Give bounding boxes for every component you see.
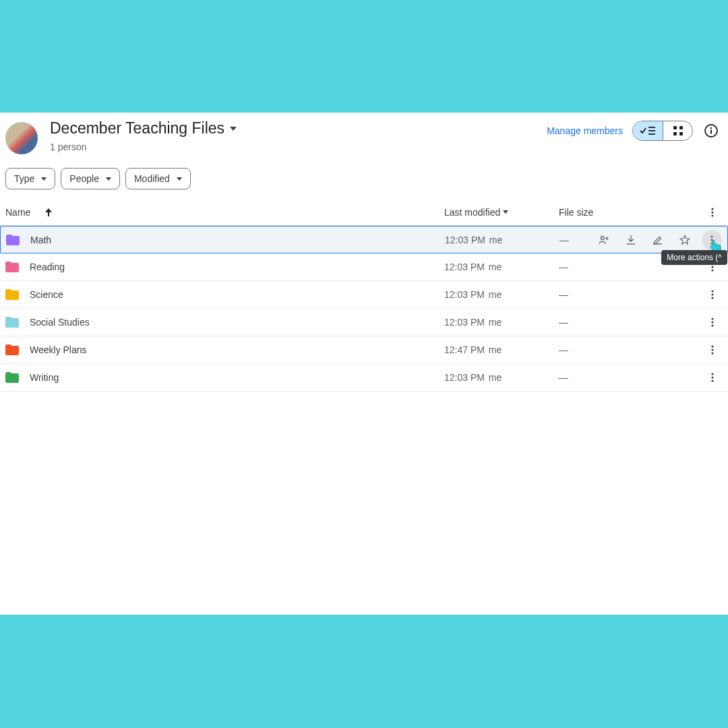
list-view-button[interactable]	[633, 121, 663, 140]
table-row[interactable]: Social Studies12:03 PM me—	[0, 309, 728, 336]
tooltip: More actions (^	[661, 250, 727, 265]
svg-point-21	[711, 293, 713, 295]
chip-label: Modified	[134, 173, 170, 184]
modified-by: me	[486, 289, 502, 300]
more-vert-icon	[710, 235, 713, 245]
size-cell: —	[559, 317, 588, 328]
column-name[interactable]: Name	[5, 207, 444, 218]
table-row[interactable]: Writing12:03 PM me—	[0, 364, 728, 392]
svg-point-30	[711, 376, 713, 378]
svg-point-19	[711, 269, 713, 271]
svg-point-24	[711, 321, 713, 323]
svg-point-12	[711, 214, 713, 216]
modified-cell: 12:03 PM me	[444, 262, 559, 272]
svg-point-25	[711, 324, 713, 326]
more-vert-icon	[711, 208, 714, 217]
check-icon	[640, 128, 646, 133]
info-icon	[704, 124, 718, 138]
folder-title-button[interactable]: December Teaching Files	[50, 119, 547, 138]
svg-rect-0	[648, 127, 655, 128]
svg-point-22	[711, 297, 713, 299]
sort-ascending-icon	[45, 208, 52, 216]
chip-label: Type	[14, 173, 34, 184]
grid-view-button[interactable]	[663, 121, 692, 140]
caret-down-icon	[503, 210, 508, 214]
chip-label: People	[69, 173, 99, 184]
file-name: Math	[30, 235, 51, 245]
column-options[interactable]	[702, 208, 723, 217]
more-vert-icon	[711, 345, 714, 355]
modified-cell: 12:03 PM me	[444, 317, 559, 328]
shared-drive-avatar[interactable]	[5, 122, 38, 154]
svg-point-16	[710, 242, 712, 244]
rename-button[interactable]	[648, 230, 668, 250]
member-count: 1 person	[50, 142, 547, 152]
folder-icon	[6, 235, 20, 245]
table-row[interactable]: Math12:03 PM me—More actions (^	[0, 226, 728, 253]
table-row[interactable]: Weekly Plans12:47 PM me—	[0, 336, 728, 364]
column-size[interactable]: File size	[559, 207, 702, 218]
column-label: File size	[559, 207, 593, 218]
modified-cell: 12:47 PM me	[444, 344, 559, 355]
size-cell: —	[559, 235, 587, 245]
list-icon	[648, 127, 655, 135]
drive-folder-view: December Teaching Files 1 person Manage …	[0, 113, 728, 615]
row-more-button[interactable]	[702, 317, 723, 327]
table-row[interactable]: Science12:03 PM me—	[0, 281, 728, 309]
file-name: Weekly Plans	[30, 344, 87, 355]
svg-rect-3	[673, 126, 677, 129]
row-more-button[interactable]	[702, 290, 723, 299]
share-button[interactable]	[594, 230, 614, 250]
modified-by: me	[487, 235, 502, 245]
svg-point-18	[711, 266, 713, 268]
svg-rect-2	[648, 133, 655, 135]
star-button[interactable]	[675, 230, 695, 250]
more-vert-icon	[711, 373, 714, 382]
caret-down-icon	[41, 177, 47, 181]
column-label: Name	[5, 207, 30, 218]
info-button[interactable]	[702, 122, 720, 140]
column-modified[interactable]: Last modified	[444, 207, 559, 218]
folder-title: December Teaching Files	[50, 119, 224, 138]
view-toggle	[632, 121, 693, 141]
filter-modified[interactable]: Modified	[125, 168, 191, 189]
grid-icon	[673, 125, 684, 136]
modified-cell: 12:03 PM me	[444, 289, 559, 300]
filter-type[interactable]: Type	[5, 168, 55, 189]
folder-icon	[5, 372, 19, 383]
caret-down-icon	[106, 177, 111, 181]
column-label: Last modified	[444, 207, 500, 218]
size-cell: —	[559, 344, 588, 355]
size-cell: —	[559, 289, 588, 300]
modified-time: 12:03 PM	[444, 262, 485, 272]
rename-icon	[652, 234, 664, 246]
row-more-button[interactable]	[702, 373, 723, 382]
filter-people[interactable]: People	[61, 168, 120, 189]
name-cell: Math	[6, 235, 445, 245]
svg-point-10	[711, 208, 713, 210]
modified-time: 12:03 PM	[444, 317, 485, 328]
svg-point-31	[711, 380, 713, 382]
svg-point-20	[711, 290, 713, 292]
table-row[interactable]: Reading12:03 PM me—	[0, 253, 728, 281]
row-more-button[interactable]	[702, 345, 723, 355]
modified-time: 12:47 PM	[444, 344, 485, 355]
caret-down-icon	[230, 127, 237, 131]
row-actions	[587, 230, 722, 250]
download-button[interactable]	[621, 230, 641, 250]
table-header: Name Last modified File size	[0, 199, 728, 226]
modified-cell: 12:03 PM me	[445, 235, 559, 245]
svg-point-14	[710, 235, 712, 237]
svg-point-23	[711, 317, 713, 320]
manage-members-link[interactable]: Manage members	[547, 125, 623, 136]
modified-time: 12:03 PM	[444, 372, 485, 383]
svg-point-26	[711, 345, 713, 347]
svg-rect-6	[679, 132, 683, 135]
svg-point-13	[601, 236, 604, 239]
modified-by: me	[486, 262, 502, 272]
more-actions-button[interactable]	[702, 230, 722, 250]
svg-point-15	[710, 239, 712, 241]
svg-rect-1	[648, 130, 655, 131]
size-cell: —	[559, 262, 588, 272]
name-cell: Reading	[5, 262, 444, 272]
